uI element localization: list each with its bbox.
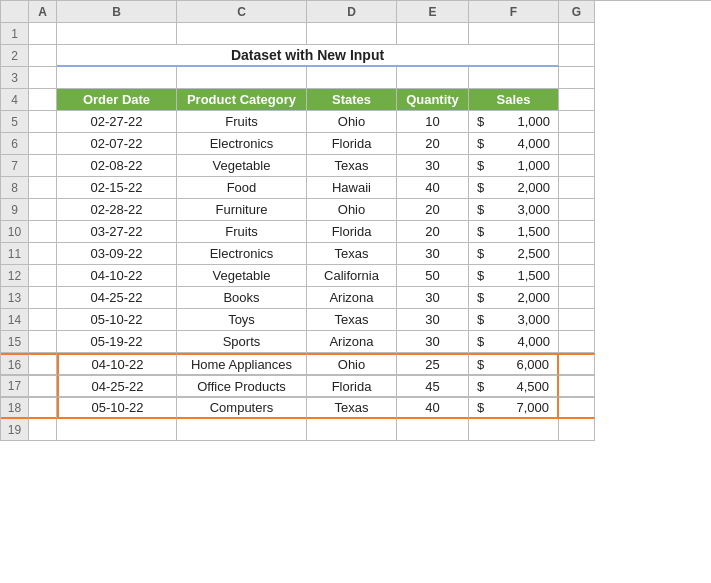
qty-row-10: 20 <box>397 221 469 243</box>
col-header-corner <box>1 1 29 23</box>
qty-row-7: 30 <box>397 155 469 177</box>
product-cat-row-13: Books <box>177 287 307 309</box>
cell-g12 <box>559 265 595 287</box>
cell-a10 <box>29 221 57 243</box>
cell-g5 <box>559 111 595 133</box>
qty-row-12: 50 <box>397 265 469 287</box>
data-grid: 5 02-27-22 Fruits Ohio 10 $1,000 6 02-07… <box>0 111 711 441</box>
row-num-18: 18 <box>1 397 29 419</box>
cell-g15 <box>559 331 595 353</box>
cell-g18 <box>559 397 595 419</box>
row-num-16: 16 <box>1 353 29 375</box>
cell-a13 <box>29 287 57 309</box>
cell-g7 <box>559 155 595 177</box>
cell-a19 <box>29 419 57 441</box>
order-date-row-7: 02-08-22 <box>57 155 177 177</box>
states-new-16: Ohio <box>307 353 397 375</box>
cell-e3 <box>397 67 469 89</box>
order-date-row-6: 02-07-22 <box>57 133 177 155</box>
cell-b19 <box>57 419 177 441</box>
col-header-c: C <box>177 1 307 23</box>
col-header-b: B <box>57 1 177 23</box>
row-num-14: 14 <box>1 309 29 331</box>
row-num-1: 1 <box>1 23 29 45</box>
cell-a16 <box>29 353 57 375</box>
cell-g4 <box>559 89 595 111</box>
order-date-row-13: 04-25-22 <box>57 287 177 309</box>
order-date-row-8: 02-15-22 <box>57 177 177 199</box>
cell-g8 <box>559 177 595 199</box>
cell-a12 <box>29 265 57 287</box>
cell-a4 <box>29 89 57 111</box>
spreadsheet-title: Dataset with New Input <box>231 47 384 63</box>
order-date-row-15: 05-19-22 <box>57 331 177 353</box>
order-date-new-18: 05-10-22 <box>57 397 177 419</box>
sales-row-7: $1,000 <box>469 155 559 177</box>
col-header-a: A <box>29 1 57 23</box>
states-row-11: Texas <box>307 243 397 265</box>
cell-d19 <box>307 419 397 441</box>
sales-row-12: $1,500 <box>469 265 559 287</box>
row-num-10: 10 <box>1 221 29 243</box>
states-row-6: Florida <box>307 133 397 155</box>
row-num-15: 15 <box>1 331 29 353</box>
cell-b1 <box>57 23 177 45</box>
sales-new-16: $6,000 <box>469 353 559 375</box>
order-date-row-11: 03-09-22 <box>57 243 177 265</box>
row-num-4: 4 <box>1 89 29 111</box>
sales-row-13: $2,000 <box>469 287 559 309</box>
product-cat-row-8: Food <box>177 177 307 199</box>
sales-row-11: $2,500 <box>469 243 559 265</box>
states-row-12: California <box>307 265 397 287</box>
cell-a9 <box>29 199 57 221</box>
cell-d1 <box>307 23 397 45</box>
product-cat-row-6: Electronics <box>177 133 307 155</box>
order-date-new-17: 04-25-22 <box>57 375 177 397</box>
qty-row-15: 30 <box>397 331 469 353</box>
order-date-row-5: 02-27-22 <box>57 111 177 133</box>
row-num-12: 12 <box>1 265 29 287</box>
cell-a3 <box>29 67 57 89</box>
cell-a14 <box>29 309 57 331</box>
cell-g3 <box>559 67 595 89</box>
row-num-19: 19 <box>1 419 29 441</box>
product-cat-row-10: Fruits <box>177 221 307 243</box>
th-states: States <box>307 89 397 111</box>
sales-row-8: $2,000 <box>469 177 559 199</box>
row-num-5: 5 <box>1 111 29 133</box>
cell-g16 <box>559 353 595 375</box>
row-num-3: 3 <box>1 67 29 89</box>
states-row-14: Texas <box>307 309 397 331</box>
product-cat-row-7: Vegetable <box>177 155 307 177</box>
cell-a17 <box>29 375 57 397</box>
qty-new-18: 40 <box>397 397 469 419</box>
qty-row-14: 30 <box>397 309 469 331</box>
qty-row-5: 10 <box>397 111 469 133</box>
cell-e19 <box>397 419 469 441</box>
product-cat-row-12: Vegetable <box>177 265 307 287</box>
cell-g11 <box>559 243 595 265</box>
cell-b3 <box>57 67 177 89</box>
sales-row-6: $4,000 <box>469 133 559 155</box>
row-num-2: 2 <box>1 45 29 67</box>
product-cat-new-16: Home Appliances <box>177 353 307 375</box>
row-num-9: 9 <box>1 199 29 221</box>
product-cat-new-18: Computers <box>177 397 307 419</box>
cell-a8 <box>29 177 57 199</box>
qty-row-9: 20 <box>397 199 469 221</box>
th-quantity: Quantity <box>397 89 469 111</box>
cell-a6 <box>29 133 57 155</box>
states-row-7: Texas <box>307 155 397 177</box>
qty-new-17: 45 <box>397 375 469 397</box>
cell-g14 <box>559 309 595 331</box>
qty-new-16: 25 <box>397 353 469 375</box>
sales-row-5: $1,000 <box>469 111 559 133</box>
sales-row-10: $1,500 <box>469 221 559 243</box>
product-cat-row-9: Furniture <box>177 199 307 221</box>
cell-a2 <box>29 45 57 67</box>
cell-g10 <box>559 221 595 243</box>
row-num-13: 13 <box>1 287 29 309</box>
qty-row-11: 30 <box>397 243 469 265</box>
cell-a11 <box>29 243 57 265</box>
order-date-row-10: 03-27-22 <box>57 221 177 243</box>
